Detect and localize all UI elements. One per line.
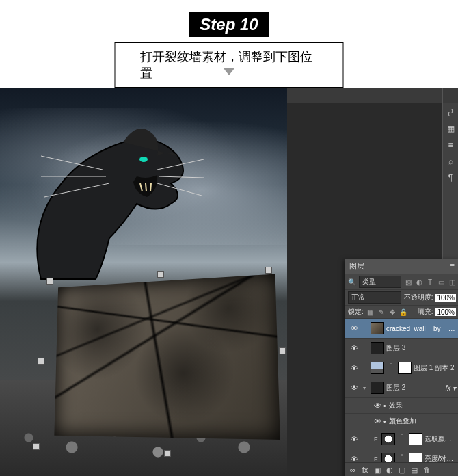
filter-text-icon[interactable]: T bbox=[426, 278, 434, 286]
clip-indicator: F bbox=[374, 436, 378, 442]
visibility-toggle[interactable]: 👁 bbox=[371, 417, 383, 425]
link-icon[interactable]: ⋮ bbox=[399, 433, 405, 445]
panel-menu-icon[interactable]: ≡ bbox=[450, 261, 455, 272]
filter-kind-icon[interactable]: 🔍 bbox=[348, 278, 356, 286]
layers-panel: 图层 ≡ 🔍 类型 ▧ ◐ T ▭ ◫ 正常 不透明度: 100% 锁定: ▦ … bbox=[345, 259, 458, 476]
transform-handle-tr[interactable] bbox=[265, 267, 272, 274]
filter-shape-icon[interactable]: ▭ bbox=[437, 278, 445, 286]
link-icon[interactable]: ⋮ bbox=[388, 362, 394, 374]
layer-name-label[interactable]: 图层 3 bbox=[386, 343, 456, 353]
filter-image-icon[interactable]: ▧ bbox=[404, 278, 412, 286]
fx-indicator[interactable]: fx ▾ bbox=[445, 384, 456, 392]
canvas[interactable] bbox=[0, 88, 287, 476]
effect-bullet: • bbox=[383, 418, 386, 425]
instruction-text: 打开裂纹墙素材，调整到下图位置 bbox=[115, 42, 344, 88]
transform-handle-bm[interactable] bbox=[164, 450, 171, 457]
layer-item[interactable]: 👁图层 3 bbox=[345, 339, 458, 358]
pointer-decorator bbox=[224, 68, 234, 75]
svg-point-0 bbox=[139, 157, 148, 162]
visibility-toggle[interactable]: 👁 bbox=[348, 384, 360, 392]
layer-name-label[interactable]: 选取颜色 1 bbox=[425, 434, 457, 444]
visibility-toggle[interactable]: 👁 bbox=[348, 324, 360, 332]
filter-adjust-icon[interactable]: ◐ bbox=[415, 278, 423, 286]
layer-effect-item[interactable]: 👁•颜色叠加 bbox=[345, 414, 458, 429]
mask-icon[interactable]: ▣ bbox=[373, 465, 382, 475]
text-icon[interactable]: ¶ bbox=[445, 172, 456, 183]
ruler-horizontal bbox=[287, 88, 444, 103]
filter-type-select[interactable]: 类型 bbox=[359, 276, 401, 288]
transform-handle-tl[interactable] bbox=[46, 278, 53, 285]
opacity-value[interactable]: 100% bbox=[435, 294, 456, 302]
right-tool-strip: ⇄▦≡⌕¶ bbox=[443, 103, 458, 278]
trash-icon[interactable]: 🗑 bbox=[422, 465, 431, 475]
layer-effect-item[interactable]: 👁•效果 bbox=[345, 398, 458, 414]
visibility-toggle[interactable]: 👁 bbox=[371, 401, 383, 410]
lock-pixels-icon[interactable]: ✎ bbox=[377, 308, 386, 316]
filter-smart-icon[interactable]: ◫ bbox=[448, 278, 456, 286]
swap-icon[interactable]: ⇄ bbox=[445, 107, 456, 118]
layer-thumbnail[interactable] bbox=[371, 342, 384, 354]
new-layer-icon[interactable]: ▤ bbox=[409, 465, 419, 475]
lock-all-icon[interactable]: 🔒 bbox=[399, 308, 407, 316]
layer-thumbnail[interactable] bbox=[371, 362, 384, 374]
link-icon[interactable]: ∞ bbox=[348, 465, 358, 475]
lock-transparent-icon[interactable]: ▦ bbox=[366, 308, 375, 316]
layer-name-label[interactable]: cracked_wall__by__adigital... bbox=[386, 325, 456, 332]
layer-thumbnail[interactable] bbox=[381, 433, 395, 445]
fill-value[interactable]: 100% bbox=[435, 308, 456, 316]
adjust-icon[interactable]: ◐ bbox=[385, 465, 394, 475]
layer-item[interactable]: 👁F⋮选取颜色 1 bbox=[345, 429, 458, 449]
layer-thumbnail[interactable] bbox=[371, 382, 384, 394]
visibility-toggle[interactable]: 👁 bbox=[348, 364, 360, 372]
layers-panel-footer: ∞fx▣◐▢▤🗑 bbox=[345, 462, 458, 476]
layers-tab[interactable]: 图层 bbox=[349, 261, 364, 272]
menu-icon[interactable]: ≡ bbox=[445, 140, 456, 150]
transform-handle-ml[interactable] bbox=[38, 358, 44, 365]
clip-indicator: F bbox=[374, 455, 378, 462]
cracked-wall-texture[interactable] bbox=[54, 274, 280, 440]
fx-icon[interactable]: fx bbox=[360, 465, 370, 475]
panther-statue bbox=[0, 101, 205, 306]
folder-icon[interactable]: ▢ bbox=[397, 465, 407, 475]
blend-mode-select[interactable]: 正常 bbox=[348, 291, 401, 304]
layer-name-label: 颜色叠加 bbox=[389, 416, 456, 426]
lock-label: 锁定: bbox=[348, 307, 364, 317]
effect-bullet: • bbox=[383, 402, 386, 410]
zoom-icon[interactable]: ⌕ bbox=[445, 156, 456, 167]
layer-thumbnail[interactable] bbox=[371, 322, 384, 334]
fill-label: 填充: bbox=[418, 307, 433, 317]
lock-position-icon[interactable]: ✥ bbox=[388, 308, 396, 316]
grid-icon[interactable]: ▦ bbox=[445, 123, 456, 134]
transform-handle-mr[interactable] bbox=[279, 347, 286, 354]
step-badge: Step 10 bbox=[189, 12, 269, 37]
opacity-label: 不透明度: bbox=[404, 293, 433, 302]
layer-name-label[interactable]: 图层 2 bbox=[386, 383, 445, 393]
layer-mask-thumbnail[interactable] bbox=[409, 433, 422, 445]
expand-toggle[interactable]: ▾ bbox=[360, 385, 368, 391]
layer-mask-thumbnail[interactable] bbox=[398, 362, 412, 374]
layer-item[interactable]: 👁⋮图层 1 副本 2 bbox=[345, 358, 458, 378]
layer-item[interactable]: 👁cracked_wall__by__adigital... bbox=[345, 319, 458, 339]
visibility-toggle[interactable]: 👁 bbox=[348, 435, 360, 443]
visibility-toggle[interactable]: 👁 bbox=[348, 344, 360, 352]
layer-item[interactable]: 👁▾图层 2fx ▾ bbox=[345, 378, 458, 398]
layer-name-label[interactable]: 图层 1 副本 2 bbox=[414, 363, 456, 373]
layers-list: 👁cracked_wall__by__adigital...👁图层 3👁⋮图层 … bbox=[345, 319, 458, 476]
transform-handle-tm[interactable] bbox=[157, 271, 164, 278]
transform-handle-bl[interactable] bbox=[33, 443, 40, 450]
layer-name-label: 效果 bbox=[389, 401, 456, 410]
